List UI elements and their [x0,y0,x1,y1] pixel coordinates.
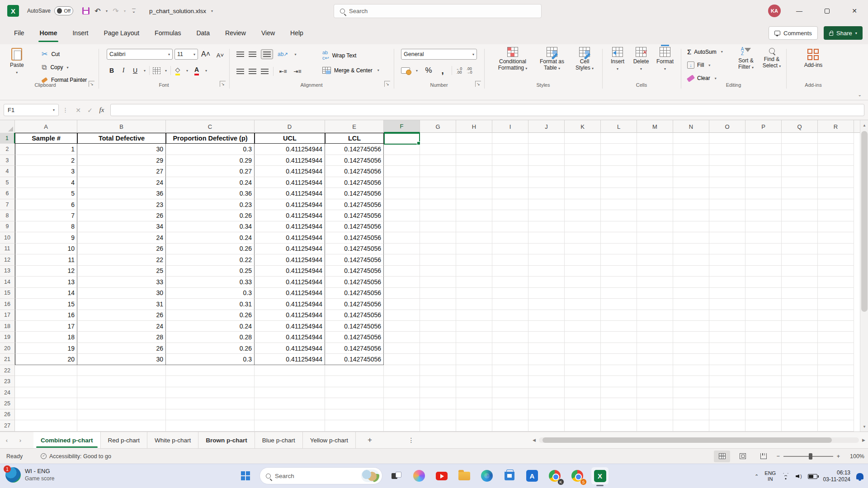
cell-R17[interactable] [818,310,854,321]
cell-B7[interactable]: 23 [77,199,166,210]
sheet-tab-white-p-chart[interactable]: White p-chart [147,432,198,449]
cell-I2[interactable] [492,144,528,155]
cell-N5[interactable] [673,177,709,188]
cell-O13[interactable] [709,266,745,277]
delete-cells-button[interactable]: Delete ▾ [630,47,652,72]
cell-A6[interactable]: 5 [15,188,77,199]
row-header-20[interactable]: 20 [0,343,15,354]
cell-N24[interactable] [673,387,709,398]
column-header-A[interactable]: A [15,120,77,133]
cell-L25[interactable] [601,398,637,409]
cell-R22[interactable] [818,365,854,376]
paste-chevron-icon[interactable]: ▾ [16,70,18,76]
cell-O15[interactable] [709,288,745,299]
autosave-control[interactable]: AutoSave Off [27,6,73,15]
cell-O18[interactable] [709,321,745,332]
ribbon-tab-home[interactable]: Home [32,22,65,44]
cell-K13[interactable] [565,266,601,277]
cell-M17[interactable] [637,310,673,321]
sheet-tab-blue-p-chart[interactable]: Blue p-chart [255,432,303,449]
cell-J16[interactable] [528,299,565,310]
cell-I22[interactable] [492,365,528,376]
cell-H8[interactable] [456,210,492,221]
clipboard-dialog-launcher[interactable]: ↘ [89,81,94,87]
cell-C17[interactable]: 0.26 [166,310,255,321]
cell-K26[interactable] [565,409,601,420]
cell-Q14[interactable] [782,277,818,287]
cell-G17[interactable] [420,310,456,321]
cell-M15[interactable] [637,288,673,299]
cell-R20[interactable] [818,343,854,354]
cell-E21[interactable]: 0.142745056 [325,354,384,365]
account-avatar[interactable]: KA [768,5,781,17]
cell-B3[interactable]: 29 [77,155,166,166]
cell-D16[interactable]: 0.411254944 [255,299,325,310]
cell-I7[interactable] [492,199,528,210]
cell-Q12[interactable] [782,254,818,265]
sheet-tab-combined-p-chart[interactable]: Combined p-chart [33,432,101,449]
cell-B23[interactable] [77,376,166,387]
cell-J24[interactable] [528,387,565,398]
cell-N4[interactable] [673,166,709,177]
cell-J25[interactable] [528,398,565,409]
cell-K12[interactable] [565,254,601,265]
fill-color-chevron-icon[interactable]: ▾ [184,69,190,73]
row-header-10[interactable]: 10 [0,232,15,243]
tray-expand-icon[interactable]: ⌃ [755,474,759,479]
cell-D18[interactable]: 0.411254944 [255,321,325,332]
cell-F20[interactable] [384,343,420,354]
row-header-6[interactable]: 6 [0,188,15,199]
column-header-J[interactable]: J [528,120,565,133]
cell-J13[interactable] [528,266,565,277]
row-header-12[interactable]: 12 [0,254,15,265]
cell-C4[interactable]: 0.27 [166,166,255,177]
cell-N26[interactable] [673,409,709,420]
cell-G27[interactable] [420,420,456,431]
cell-I13[interactable] [492,266,528,277]
cell-K11[interactable] [565,244,601,254]
cell-G18[interactable] [420,321,456,332]
cell-B11[interactable]: 26 [77,244,166,254]
paste-button[interactable]: Paste ▾ [10,48,24,76]
cell-C3[interactable]: 0.29 [166,155,255,166]
ribbon-tab-review[interactable]: Review [217,22,254,44]
cell-G9[interactable] [420,221,456,232]
page-break-view-button[interactable] [755,450,772,462]
undo-button[interactable]: ↶ [92,5,103,17]
ribbon-tab-file[interactable]: File [6,22,32,44]
cell-C13[interactable]: 0.25 [166,266,255,277]
cell-R10[interactable] [818,232,854,243]
cell-A19[interactable]: 18 [15,332,77,343]
cell-Q11[interactable] [782,244,818,254]
cell-K18[interactable] [565,321,601,332]
cell-E26[interactable] [325,409,384,420]
cell-M26[interactable] [637,409,673,420]
cell-I19[interactable] [492,332,528,343]
cell-D14[interactable]: 0.411254944 [255,277,325,287]
cell-I15[interactable] [492,288,528,299]
cell-N6[interactable] [673,188,709,199]
cell-Q26[interactable] [782,409,818,420]
cell-B26[interactable] [77,409,166,420]
cell-E1[interactable]: LCL [325,133,384,144]
cell-D10[interactable]: 0.411254944 [255,232,325,243]
cell-A3[interactable]: 2 [15,155,77,166]
insert-cells-button[interactable]: Insert ▾ [607,47,628,72]
sheet-prev-icon[interactable]: ‹ [0,437,14,444]
cell-B2[interactable]: 30 [77,144,166,155]
ribbon-tab-page-layout[interactable]: Page Layout [96,22,147,44]
cell-O23[interactable] [709,376,745,387]
cell-C25[interactable] [166,398,255,409]
conditional-formatting-button[interactable]: ConditionalFormatting ▾ [493,47,532,72]
cell-E19[interactable]: 0.142745056 [325,332,384,343]
cell-R13[interactable] [818,266,854,277]
cell-A22[interactable] [15,365,77,376]
sheet-next-icon[interactable]: › [14,437,27,444]
cell-A8[interactable]: 7 [15,210,77,221]
cell-B16[interactable]: 31 [77,299,166,310]
cell-B6[interactable]: 36 [77,188,166,199]
font-family-select[interactable]: Calibri▾ [107,49,173,60]
clear-button[interactable]: Clear ▾ [687,75,718,81]
number-format-select[interactable]: General▾ [401,49,477,60]
cell-G11[interactable] [420,244,456,254]
